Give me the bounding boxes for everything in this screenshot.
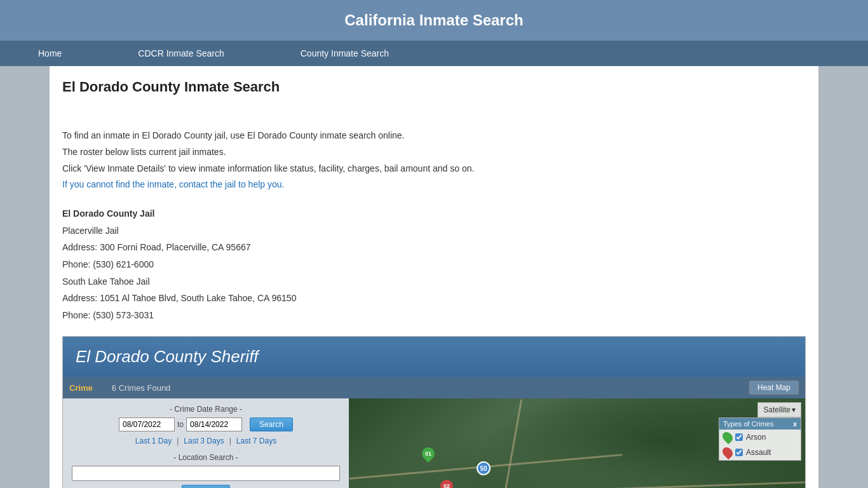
crimes-panel-title: Types of Crimes: [723, 420, 773, 428]
sheriff-title: El Dorado County Sheriff: [76, 347, 259, 366]
date-row: to Search: [72, 417, 340, 431]
satellite-button[interactable]: Satellite ▾: [757, 402, 801, 417]
crimes-panel: Types of Crimes x Arson Assault: [719, 417, 801, 461]
facility-2-address: Address: 1051 Al Tahoe Blvd, South Lake …: [62, 290, 806, 307]
page-title: El Dorado County Inmate Search: [62, 79, 806, 95]
sheriff-left-panel: - Crime Date Range - to Search Last 1 Da…: [63, 398, 349, 488]
nav-county[interactable]: County Inmate Search: [262, 41, 427, 66]
nav-home[interactable]: Home: [0, 41, 100, 66]
intro-highlight: If you cannot find the inmate, contact t…: [62, 177, 806, 193]
crime-item-arson: Arson: [719, 430, 801, 445]
sheriff-body: - Crime Date Range - to Search Last 1 Da…: [63, 398, 805, 488]
arson-pin-icon: [721, 430, 735, 445]
page-wrapper: El Dorado County Inmate Search To find a…: [50, 66, 818, 488]
location-input[interactable]: [72, 466, 340, 481]
crimes-panel-header: Types of Crimes x: [719, 418, 801, 430]
satellite-label: Satellite: [763, 405, 790, 414]
jail-section-title: El Dorado County Jail: [62, 205, 806, 222]
date-separator: to: [177, 420, 184, 429]
location-search-button[interactable]: Search: [182, 485, 230, 488]
crime-controls: - Crime Date Range - to Search Last 1 Da…: [63, 398, 349, 488]
intro-line-3: Click 'View Inmate Details' to view inma…: [62, 161, 806, 177]
quick-link-7day[interactable]: Last 7 Days: [236, 437, 276, 445]
assault-label: Assault: [746, 448, 771, 457]
nav-cdcr[interactable]: CDCR Inmate Search: [100, 41, 262, 66]
crimes-found-label: 6 Crimes Found: [105, 383, 749, 393]
map-area: 50 01 02 Satellite: [349, 398, 805, 488]
site-title: California Inmate Search: [344, 11, 523, 29]
date-search-button[interactable]: Search: [250, 417, 293, 431]
date-range-label: - Crime Date Range -: [72, 405, 340, 414]
date-to-input[interactable]: [186, 417, 242, 431]
crime-tab-label[interactable]: Crime: [69, 383, 93, 393]
intro-text: To find an inmate in El Dorado County ja…: [62, 128, 806, 193]
map-background: 50 01 02 Satellite: [349, 398, 805, 488]
crimes-panel-close-button[interactable]: x: [793, 420, 797, 428]
crime-item-assault: Assault: [719, 445, 801, 460]
location-label: - Location Search -: [72, 453, 340, 462]
facility-2-name: South Lake Tahoe Jail: [62, 273, 806, 290]
sheriff-header: El Dorado County Sheriff: [63, 337, 805, 377]
arson-checkbox[interactable]: [735, 433, 743, 441]
sheriff-embed: El Dorado County Sheriff Crime 6 Crimes …: [62, 336, 806, 488]
road-vertical: [496, 400, 522, 488]
arson-label: Arson: [746, 433, 766, 442]
site-header: California Inmate Search: [0, 0, 868, 41]
main-nav: Home CDCR Inmate Search County Inmate Se…: [0, 41, 868, 66]
jail-info: El Dorado County Jail Placerville Jail A…: [62, 205, 806, 323]
quick-links: Last 1 Day | Last 3 Days | Last 7 Days: [72, 437, 340, 445]
intro-line-2: The roster below lists current jail inma…: [62, 145, 806, 160]
facility-1-address: Address: 300 Forni Road, Placerville, CA…: [62, 239, 806, 256]
heatmap-button[interactable]: Heat Map: [749, 381, 799, 395]
quick-link-1day[interactable]: Last 1 Day: [135, 437, 172, 445]
facility-1-name: Placerville Jail: [62, 222, 806, 240]
date-from-input[interactable]: [119, 417, 175, 431]
chevron-down-icon: ▾: [792, 405, 796, 414]
quick-link-3day[interactable]: Last 3 Days: [184, 437, 224, 445]
road-h2: [349, 482, 805, 488]
map-pin-2[interactable]: 02: [440, 480, 453, 488]
facility-2-phone: Phone: (530) 573-3031: [62, 307, 806, 324]
map-pin-1[interactable]: 01: [422, 447, 435, 465]
facility-1-phone: Phone: (530) 621-6000: [62, 256, 806, 273]
assault-checkbox[interactable]: [735, 449, 743, 456]
crime-tab-bar: Crime 6 Crimes Found Heat Map: [63, 377, 805, 398]
highway-badge: 50: [477, 461, 491, 475]
intro-line-1: To find an inmate in El Dorado County ja…: [62, 128, 806, 144]
assault-pin-icon: [721, 445, 735, 460]
